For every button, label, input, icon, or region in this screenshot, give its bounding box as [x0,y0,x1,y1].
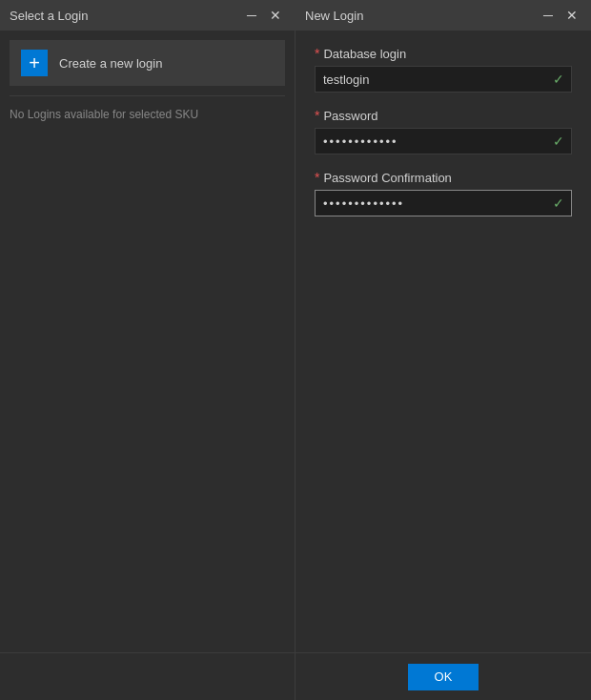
password-input-wrapper: ✓ [315,128,572,154]
left-panel-footer [0,652,295,700]
password-group: * Password ✓ [315,108,572,154]
right-panel-wrapper: New Login ─ ✕ * Database login ✓ [296,0,591,700]
divider [10,95,285,96]
right-panel: New Login ─ ✕ * Database login ✓ [296,0,591,700]
right-panel-footer: OK [296,652,591,700]
database-login-input-wrapper: ✓ [315,66,572,93]
password-input[interactable] [315,128,572,154]
create-new-login-label: Create a new login [59,56,162,71]
database-login-group: * Database login ✓ [315,46,572,93]
database-login-check-icon: ✓ [553,72,564,87]
required-star-2: * [315,108,319,123]
no-logins-text: No Logins available for selected SKU [10,104,285,125]
left-title-controls: ─ ✕ [243,7,285,24]
left-panel: Select a Login ─ ✕ + Create a new login … [0,0,296,700]
password-label: * Password [315,108,572,123]
password-confirmation-label: * Password Confirmation [315,170,572,185]
left-title-bar: Select a Login ─ ✕ [0,0,295,31]
create-new-login-button[interactable]: + Create a new login [10,40,285,86]
password-confirmation-input[interactable] [315,190,572,216]
right-panel-title: New Login [305,9,363,23]
plus-icon: + [21,50,48,76]
form-content: * Database login ✓ * Password ✓ [296,31,591,652]
password-confirmation-input-wrapper: ✓ [315,190,572,216]
left-panel-content: + Create a new login No Logins available… [0,31,295,652]
right-title-controls: ─ ✕ [540,7,581,24]
left-close-button[interactable]: ✕ [266,7,285,24]
left-panel-title: Select a Login [10,9,88,23]
right-close-button[interactable]: ✕ [562,7,581,24]
right-minimize-button[interactable]: ─ [540,7,557,24]
database-login-input[interactable] [315,66,572,93]
database-login-label: * Database login [315,46,572,61]
required-star-1: * [315,46,319,61]
password-confirmation-check-icon: ✓ [553,196,564,211]
left-minimize-button[interactable]: ─ [243,7,260,24]
password-check-icon: ✓ [553,134,564,149]
right-title-bar: New Login ─ ✕ [296,0,591,31]
required-star-3: * [315,170,319,185]
ok-button[interactable]: OK [408,664,479,690]
password-confirmation-group: * Password Confirmation ✓ [315,170,572,216]
